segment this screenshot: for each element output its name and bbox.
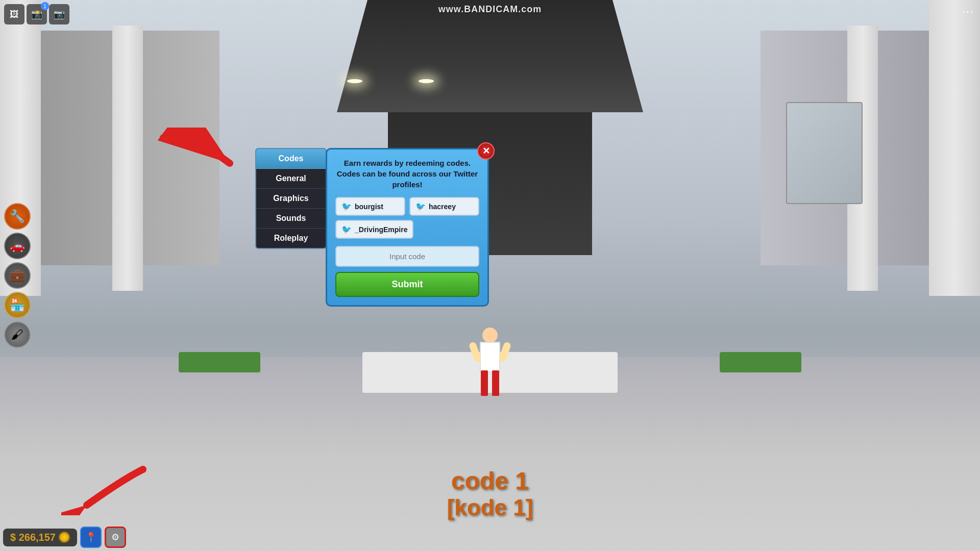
twitter-row-1: 🐦 bourgist 🐦 hacreey [335, 197, 479, 216]
sidebar-icon-tool[interactable]: 🔧 [4, 203, 31, 230]
money-display: $ 266,157 [3, 529, 77, 546]
bottom-bar: $ 266,157 📍 ⚙ [3, 527, 126, 548]
menu-item-codes[interactable]: Codes [256, 149, 326, 169]
overlay-code-line2: [kode 1] [447, 495, 533, 520]
menu-item-roleplay[interactable]: Roleplay [256, 229, 326, 248]
twitter-btn-hacreey[interactable]: 🐦 hacreey [409, 197, 479, 216]
top-right-menu[interactable]: ··· [962, 6, 974, 18]
close-button[interactable]: ✕ [477, 142, 495, 160]
sidebar-icon-paint[interactable]: 🖌 [4, 321, 31, 348]
sidebar-icon-car[interactable]: 🚗 [4, 233, 31, 259]
ceiling [337, 0, 643, 112]
twitter-icon-2: 🐦 [415, 202, 426, 211]
code-input[interactable] [335, 246, 479, 267]
twitter-icon-3: 🐦 [341, 224, 352, 234]
bandicam-watermark: www.BANDICAM.com [438, 4, 542, 15]
money-coin-icon [59, 532, 70, 543]
character [470, 327, 510, 408]
settings-button[interactable]: ⚙ [105, 527, 126, 548]
grass-right [720, 352, 801, 372]
arrow-bottom-annotation [61, 464, 153, 515]
char-legs-left [481, 370, 488, 396]
char-legs-right [492, 370, 499, 396]
menu-item-general[interactable]: General [256, 169, 326, 189]
pillar-right-far [929, 0, 980, 296]
twitter-handle-bourgist: bourgist [355, 203, 383, 211]
escalator [786, 102, 863, 204]
modal-description: Earn rewards by redeeming codes. Codes c… [335, 158, 479, 190]
tl-icon-1[interactable]: 🖼 [4, 4, 24, 24]
left-sidebar: 🔧 🚗 💼 🏪 🖌 [4, 203, 31, 348]
bottom-overlay-text: code 1 [kode 1] [447, 467, 533, 520]
top-left-icons: 🖼 📸 1 📷 [4, 4, 69, 24]
sidebar-icon-shop[interactable]: 🏪 [4, 292, 31, 318]
ceiling-light-right [419, 79, 434, 83]
arrow-annotation [148, 128, 260, 189]
pillar-left-mid [112, 26, 143, 291]
twitter-buttons: 🐦 bourgist 🐦 hacreey 🐦 _DrivingEmpire [335, 197, 479, 239]
ceiling-light-left [347, 79, 362, 83]
location-button[interactable]: 📍 [80, 527, 102, 548]
money-amount: $ 266,157 [10, 532, 56, 543]
grass-left [179, 352, 260, 372]
codes-modal: ✕ Earn rewards by redeeming codes. Codes… [326, 148, 489, 307]
menu-item-sounds[interactable]: Sounds [256, 209, 326, 229]
menu-item-graphics[interactable]: Graphics [256, 189, 326, 209]
tl-icon-2[interactable]: 📸 1 [27, 4, 47, 24]
twitter-row-2: 🐦 _DrivingEmpire [335, 220, 479, 239]
twitter-btn-bourgist[interactable]: 🐦 bourgist [335, 197, 405, 216]
twitter-handle-driving-empire: _DrivingEmpire [355, 226, 407, 234]
twitter-handle-hacreey: hacreey [429, 203, 456, 211]
submit-button[interactable]: Submit [335, 272, 479, 297]
icon-badge: 1 [41, 2, 49, 10]
twitter-icon-1: 🐦 [341, 202, 352, 211]
overlay-code-line1: code 1 [447, 467, 533, 495]
menu-panel: Codes General Graphics Sounds Roleplay [255, 148, 327, 249]
twitter-btn-driving-empire[interactable]: 🐦 _DrivingEmpire [335, 220, 413, 239]
sidebar-icon-briefcase[interactable]: 💼 [4, 262, 31, 289]
char-head [482, 328, 498, 343]
tl-icon-3[interactable]: 📷 [49, 4, 69, 24]
char-body [480, 342, 500, 372]
